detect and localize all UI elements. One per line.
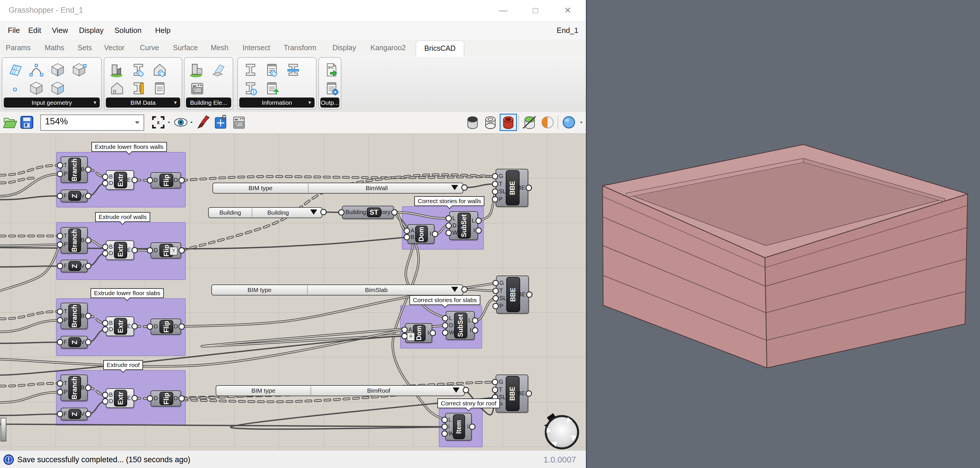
- node-z1[interactable]: ZFV: [60, 190, 88, 202]
- input-port-F[interactable]: [57, 263, 63, 269]
- node-dom1[interactable]: DomABI: [407, 224, 434, 244]
- input-port-B[interactable]: [102, 320, 108, 326]
- input-port-P[interactable]: [492, 303, 499, 309]
- plane-grid-icon[interactable]: [7, 62, 23, 78]
- tab-curve[interactable]: Curve: [140, 40, 159, 55]
- input-modifier-chip[interactable]: ✳: [407, 332, 415, 341]
- tab-intersect[interactable]: Intersect: [242, 40, 270, 55]
- output-port-E[interactable]: [132, 395, 138, 401]
- tab-bricscad-active[interactable]: BricsCAD: [416, 40, 464, 57]
- cube-icon[interactable]: [28, 80, 45, 96]
- input-port-F[interactable]: [57, 339, 63, 345]
- title-bar[interactable]: Grasshopper - End_1 — □ ✕: [0, 0, 586, 21]
- tab-params[interactable]: Params: [6, 40, 30, 55]
- node-z3[interactable]: ZFV: [60, 336, 88, 348]
- node-item1[interactable]: ItemLiWi: [445, 413, 472, 441]
- chevron-down-icon[interactable]: [310, 209, 317, 218]
- output-port-B[interactable]: [85, 313, 91, 319]
- point-icon[interactable]: [7, 80, 23, 96]
- input-port-W[interactable]: [442, 329, 448, 336]
- input-port-P[interactable]: [492, 196, 498, 203]
- bake-oven-icon[interactable]: [231, 115, 247, 130]
- output-port[interactable]: [320, 209, 327, 215]
- bricscad-3d-viewport[interactable]: [586, 0, 980, 468]
- beam-ruler-icon[interactable]: [130, 80, 146, 96]
- output-port-D[interactable]: [178, 323, 185, 330]
- output-port-i[interactable]: [469, 423, 476, 430]
- beam-icon[interactable]: [242, 62, 259, 78]
- input-port-D[interactable]: [445, 222, 452, 229]
- output-port-B[interactable]: [85, 237, 91, 244]
- panel-list-icon[interactable]: [152, 80, 168, 96]
- output-modifier-chip[interactable]: Y: [170, 247, 178, 256]
- node-bbe1[interactable]: BBEGTSLPBE: [496, 169, 528, 207]
- value-list-vlbuilding[interactable]: BuildingBuilding: [208, 207, 322, 218]
- menu-item-solution[interactable]: Solution: [115, 21, 142, 40]
- eye-icon[interactable]: [173, 115, 189, 130]
- oven-icon[interactable]: [189, 80, 205, 96]
- input-port-i[interactable]: [441, 423, 448, 430]
- caret-icon[interactable]: [579, 115, 584, 130]
- value-list-vlwall[interactable]: BIM typeBimWall: [213, 183, 463, 193]
- output-port-D[interactable]: [178, 395, 185, 402]
- sphere-duo-icon[interactable]: [540, 115, 555, 130]
- node-extr2[interactable]: ExtrBDE: [106, 240, 134, 260]
- save-icon[interactable]: [19, 115, 35, 130]
- input-port-D[interactable]: [147, 323, 153, 330]
- input-port-A[interactable]: [404, 228, 410, 234]
- input-port-T[interactable]: [57, 233, 63, 239]
- output-port-E[interactable]: [132, 247, 138, 253]
- input-port-D[interactable]: [442, 322, 448, 329]
- panel-up-icon[interactable]: [264, 80, 280, 96]
- input-port-T[interactable]: [492, 288, 499, 294]
- menu-item-help[interactable]: Help: [155, 21, 170, 40]
- caret-icon[interactable]: [167, 115, 171, 130]
- output-port-B[interactable]: [85, 166, 91, 173]
- node-z2[interactable]: ZFV: [60, 260, 88, 272]
- node-branch2[interactable]: BranchTPB: [60, 227, 88, 254]
- input-port-B[interactable]: [102, 244, 108, 250]
- beam-tag-icon[interactable]: [130, 62, 146, 78]
- panel-tag-icon[interactable]: [264, 62, 280, 78]
- output-port-I[interactable]: [472, 327, 478, 334]
- cyl-solid-icon[interactable]: [465, 115, 480, 130]
- node-flip1[interactable]: FlipDD: [151, 172, 181, 188]
- node-flip4[interactable]: FlipDD: [151, 390, 181, 407]
- input-port-D[interactable]: [147, 177, 153, 184]
- output-port-I[interactable]: [476, 227, 482, 234]
- input-port-W[interactable]: [445, 230, 452, 236]
- input-port-F[interactable]: [57, 411, 63, 417]
- cyl-red-selected-icon[interactable]: [501, 115, 516, 130]
- input-port-T[interactable]: [492, 387, 498, 393]
- glass-pane-icon[interactable]: [210, 62, 227, 78]
- tab-kangaroo2[interactable]: Kangaroo2: [371, 40, 406, 55]
- output-port-BE[interactable]: [526, 185, 532, 191]
- building-model[interactable]: [587, 0, 980, 468]
- node-flip3[interactable]: FlipDD: [151, 319, 181, 335]
- input-port-L[interactable]: [442, 315, 448, 321]
- cube-edge-icon[interactable]: [49, 62, 66, 78]
- cyl-wire-icon[interactable]: [483, 115, 498, 130]
- output-port-E[interactable]: [132, 323, 138, 329]
- input-port-A[interactable]: [401, 327, 408, 333]
- caret-icon[interactable]: [189, 115, 194, 130]
- output-port[interactable]: [461, 286, 468, 292]
- output-port-V[interactable]: [85, 263, 91, 269]
- input-port-D[interactable]: [147, 247, 153, 254]
- input-port-L[interactable]: [445, 215, 452, 222]
- input-port-W[interactable]: [441, 430, 448, 437]
- menu-item-file[interactable]: File: [8, 21, 20, 40]
- output-port-I[interactable]: [430, 330, 436, 336]
- node-bbe2[interactable]: BBEGTSLPBE: [496, 276, 529, 314]
- node-extr4[interactable]: ExtrBDE: [106, 388, 134, 408]
- tab-surface[interactable]: Surface: [173, 40, 198, 55]
- maximize-button[interactable]: □: [522, 0, 548, 21]
- node-branch3[interactable]: BranchTPB: [60, 303, 88, 329]
- input-port-B[interactable]: [102, 174, 108, 180]
- node-branch1[interactable]: BranchTPB: [60, 157, 88, 183]
- tab-maths[interactable]: Maths: [45, 40, 64, 55]
- tab-vector[interactable]: Vector: [104, 40, 124, 55]
- beam-section-icon[interactable]: [285, 62, 301, 78]
- zoom-level-combobox[interactable]: 154%: [40, 115, 144, 131]
- output-port-B[interactable]: [85, 385, 91, 391]
